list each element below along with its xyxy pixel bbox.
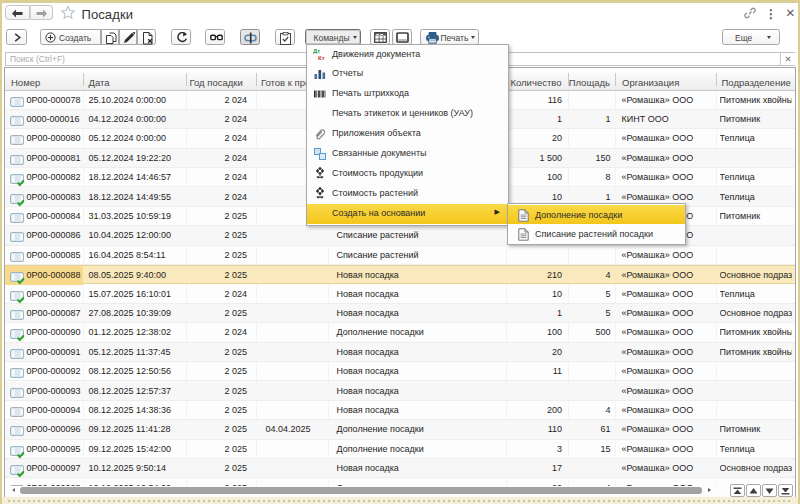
svg-text:Кт: Кт bbox=[318, 55, 325, 61]
svg-text:Дт: Дт bbox=[313, 48, 320, 54]
